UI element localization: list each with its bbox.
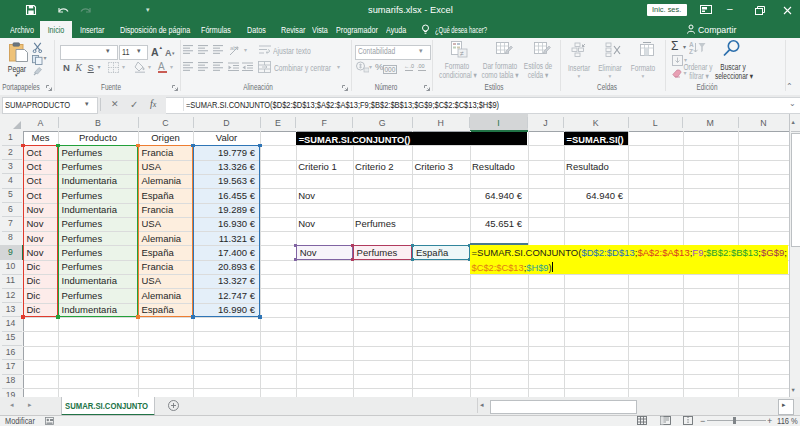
svg-text:A: A: [689, 41, 694, 48]
svg-text:←.0: ←.0: [404, 63, 414, 69]
svg-text:Z: Z: [689, 48, 693, 55]
svg-text:≠: ≠: [460, 50, 464, 57]
svg-text:.00: .00: [417, 63, 425, 69]
svg-text:ab: ab: [230, 45, 237, 51]
